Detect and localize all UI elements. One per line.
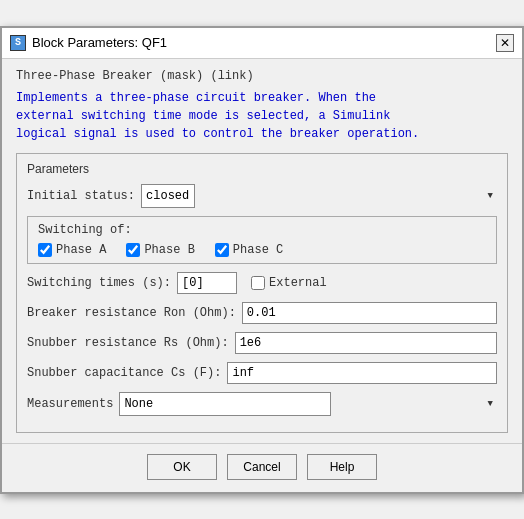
initial-status-select[interactable]: closed open [141, 184, 195, 208]
measurements-select-wrapper[interactable]: None Branch voltages Branch currents Bra… [119, 392, 497, 416]
snubber-capacitance-input[interactable] [227, 362, 497, 384]
phase-b-item: Phase B [126, 243, 194, 257]
description: Implements a three-phase circuit breaker… [16, 89, 508, 143]
snubber-resistance-row: Snubber resistance Rs (Ohm): [27, 332, 497, 354]
initial-status-label: Initial status: [27, 189, 135, 203]
params-group: Parameters Initial status: closed open S… [16, 153, 508, 433]
close-button[interactable]: ✕ [496, 34, 514, 52]
checkboxes-row: Phase A Phase B Phase C [38, 243, 486, 257]
external-label: External [269, 276, 327, 290]
desc-line-1: Implements a three-phase circuit breaker… [16, 89, 508, 107]
phase-b-checkbox[interactable] [126, 243, 140, 257]
params-title: Parameters [27, 162, 497, 176]
title-bar-left: S Block Parameters: QF1 [10, 35, 167, 51]
phase-c-label: Phase C [233, 243, 283, 257]
ok-button[interactable]: OK [147, 454, 217, 480]
snubber-resistance-input[interactable] [235, 332, 497, 354]
dialog-content: Three-Phase Breaker (mask) (link) Implem… [2, 59, 522, 443]
snubber-capacitance-label: Snubber capacitance Cs (F): [27, 366, 221, 380]
snubber-capacitance-row: Snubber capacitance Cs (F): [27, 362, 497, 384]
dialog-window: S Block Parameters: QF1 ✕ Three-Phase Br… [0, 26, 524, 494]
phase-a-item: Phase A [38, 243, 106, 257]
switching-times-label: Switching times (s): [27, 276, 171, 290]
switching-title: Switching of: [38, 223, 486, 237]
measurements-select[interactable]: None Branch voltages Branch currents Bra… [119, 392, 331, 416]
measurements-row: Measurements None Branch voltages Branch… [27, 392, 497, 416]
window-icon-label: S [15, 37, 21, 48]
cancel-button[interactable]: Cancel [227, 454, 297, 480]
external-item: External [251, 276, 327, 290]
breaker-resistance-input[interactable] [242, 302, 497, 324]
buttons-row: OK Cancel Help [2, 443, 522, 492]
subtitle: Three-Phase Breaker (mask) (link) [16, 69, 508, 83]
initial-status-row: Initial status: closed open [27, 184, 497, 208]
desc-line-2: external switching time mode is selected… [16, 107, 508, 125]
switching-group: Switching of: Phase A Phase B Phase C [27, 216, 497, 264]
bottom-area: OK Cancel Help [2, 443, 522, 492]
phase-a-label: Phase A [56, 243, 106, 257]
phase-c-checkbox[interactable] [215, 243, 229, 257]
phase-c-item: Phase C [215, 243, 283, 257]
window-title: Block Parameters: QF1 [32, 35, 167, 50]
help-button[interactable]: Help [307, 454, 377, 480]
switching-times-row: Switching times (s): External [27, 272, 497, 294]
title-bar: S Block Parameters: QF1 ✕ [2, 28, 522, 59]
measurements-label: Measurements [27, 397, 113, 411]
phase-b-label: Phase B [144, 243, 194, 257]
initial-status-select-wrapper[interactable]: closed open [141, 184, 497, 208]
phase-a-checkbox[interactable] [38, 243, 52, 257]
window-icon: S [10, 35, 26, 51]
breaker-resistance-label: Breaker resistance Ron (Ohm): [27, 306, 236, 320]
breaker-resistance-row: Breaker resistance Ron (Ohm): [27, 302, 497, 324]
external-checkbox[interactable] [251, 276, 265, 290]
switching-times-input[interactable] [177, 272, 237, 294]
desc-line-3: logical signal is used to control the br… [16, 125, 508, 143]
snubber-resistance-label: Snubber resistance Rs (Ohm): [27, 336, 229, 350]
